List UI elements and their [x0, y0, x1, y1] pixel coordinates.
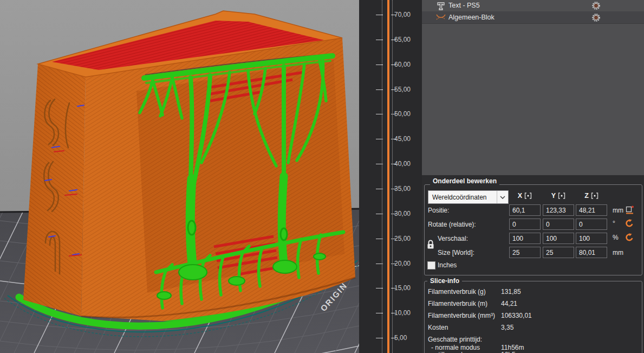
- axis-header-y: Y: [543, 191, 574, 201]
- ruler-dotted-line: [392, 0, 393, 353]
- position-x-input[interactable]: [509, 204, 541, 216]
- object-label: Text - PS5: [448, 2, 480, 9]
- scale-unit: %: [613, 234, 619, 241]
- ruler-label: 15,00: [394, 284, 411, 292]
- position-y-input[interactable]: [543, 204, 574, 216]
- size-row-label: Size [World]:: [438, 249, 474, 256]
- ruler-label: 40,00: [394, 160, 411, 168]
- ruler-major-tick: [376, 338, 383, 338]
- ruler-label: 5,00: [394, 334, 407, 342]
- edit-part-title: Onderdeel bewerken: [430, 177, 499, 185]
- ruler-major-tick: [376, 89, 383, 90]
- ruler-major-tick: [376, 114, 383, 114]
- size-y-input[interactable]: [543, 247, 574, 258]
- mesh-icon: [436, 14, 446, 21]
- side-panel: Text - PS5 Algemeen-Blok: [422, 0, 644, 353]
- drop-to-bed-icon[interactable]: [626, 205, 634, 216]
- coordinate-system-select[interactable]: Wereldcoördinaten: [428, 190, 509, 204]
- ruler-label: 30,00: [394, 210, 411, 217]
- filament-mm3-label: Filamentverbruik (mm³): [428, 312, 495, 319]
- ruler-major-tick: [376, 189, 383, 189]
- ruler-major-tick: [376, 214, 383, 214]
- filament-g-label: Filamentverbruik (g): [428, 288, 486, 296]
- text-icon: [437, 2, 445, 10]
- ruler-dotted-line: [382, 0, 382, 353]
- viewport-scene: [0, 0, 359, 353]
- coordinate-system-value: Wereldcoördinaten: [428, 194, 497, 201]
- print-time-label: Geschatte printtijd:: [428, 336, 482, 343]
- ruler-major-tick: [376, 239, 383, 239]
- axis-header-z: Z: [576, 191, 607, 201]
- ruler-major-tick: [376, 313, 383, 313]
- rotate-y-input[interactable]: [543, 219, 574, 230]
- scale-row-label: Verschaal:: [438, 235, 468, 242]
- object-list-item-algemeen-blok[interactable]: Algemeen-Blok: [422, 11, 644, 23]
- scale-z-input[interactable]: [576, 233, 607, 244]
- filament-mm3-value: 106330,01: [501, 312, 532, 319]
- scale-x-input[interactable]: [509, 233, 541, 244]
- cost-value: 3,35: [501, 324, 513, 331]
- inches-checkbox[interactable]: [427, 261, 435, 269]
- ruler-major-tick: [376, 15, 383, 15]
- ruler-major-tick: [376, 288, 383, 288]
- viewport-3d[interactable]: ORIGIN: [0, 0, 359, 353]
- ruler-label: 35,00: [394, 185, 411, 192]
- ruler-major-tick: [376, 164, 383, 164]
- rotate-z-input[interactable]: [576, 219, 607, 230]
- size-x-input[interactable]: [509, 247, 541, 258]
- axis-center-icon: [524, 192, 532, 199]
- ruler-major-tick: [376, 65, 383, 65]
- ruler-major-tick: [376, 40, 383, 40]
- layer-ruler[interactable]: 70,0065,0060,0055,0050,0045,0040,0035,00…: [359, 0, 422, 353]
- object-list-item-text-ps5[interactable]: Text - PS5: [422, 0, 644, 11]
- position-z-input[interactable]: [576, 204, 607, 216]
- size-unit: mm: [613, 249, 623, 256]
- ruler-label: 65,00: [394, 36, 411, 43]
- axis-header-x: X: [509, 191, 541, 201]
- ruler-label: 20,00: [394, 260, 411, 267]
- size-z-input[interactable]: [576, 247, 607, 258]
- object-list: [422, 0, 644, 175]
- filament-m-label: Filamentverbruik (m): [428, 300, 487, 307]
- layer-slider-handle[interactable]: [387, 0, 389, 353]
- ruler-label: 55,00: [394, 86, 411, 93]
- cost-label: Kosten: [428, 324, 448, 331]
- object-settings-gear-icon[interactable]: [591, 13, 601, 24]
- position-unit: mm: [613, 207, 623, 214]
- lock-scale-icon[interactable]: [426, 239, 435, 252]
- inches-label: Inches: [438, 261, 457, 269]
- rotate-reset-icon[interactable]: [625, 219, 634, 230]
- ruler-label: 10,00: [394, 309, 411, 317]
- slice-info-title: Slice-info: [427, 277, 462, 285]
- filament-g-value: 131,85: [501, 288, 521, 296]
- ruler-label: 70,00: [394, 11, 411, 18]
- rotate-x-input[interactable]: [509, 219, 541, 230]
- ruler-label: 45,00: [394, 135, 411, 143]
- ruler-label: 50,00: [394, 110, 411, 118]
- list-separator: [422, 23, 644, 24]
- axis-center-icon: [558, 192, 565, 199]
- slicer-window: ORIGIN 70,0065,0060,0055,0050,0045,0040,…: [0, 0, 644, 353]
- object-label: Algemeen-Blok: [448, 14, 495, 21]
- ruler-major-tick: [376, 139, 383, 139]
- filament-m-value: 44,21: [501, 300, 517, 307]
- normal-mode-label: - normale modus: [431, 344, 480, 351]
- axis-center-icon: [591, 192, 599, 199]
- scale-reset-icon[interactable]: [625, 233, 634, 245]
- normal-mode-value: 11h56m: [501, 344, 524, 351]
- silent-mode-value: 12h5m: [501, 351, 521, 353]
- ruler-label: 60,00: [394, 61, 411, 68]
- position-row-label: Positie:: [428, 207, 449, 214]
- chevron-down-icon: [497, 191, 508, 203]
- rotate-unit: °: [613, 220, 615, 227]
- scale-y-input[interactable]: [543, 233, 574, 244]
- object-settings-gear-icon[interactable]: [591, 1, 601, 12]
- rotate-row-label: Rotate (relative):: [428, 221, 476, 228]
- ruler-label: 25,00: [394, 235, 411, 242]
- silent-mode-label: - stille modus: [431, 351, 470, 353]
- ruler-major-tick: [376, 264, 383, 264]
